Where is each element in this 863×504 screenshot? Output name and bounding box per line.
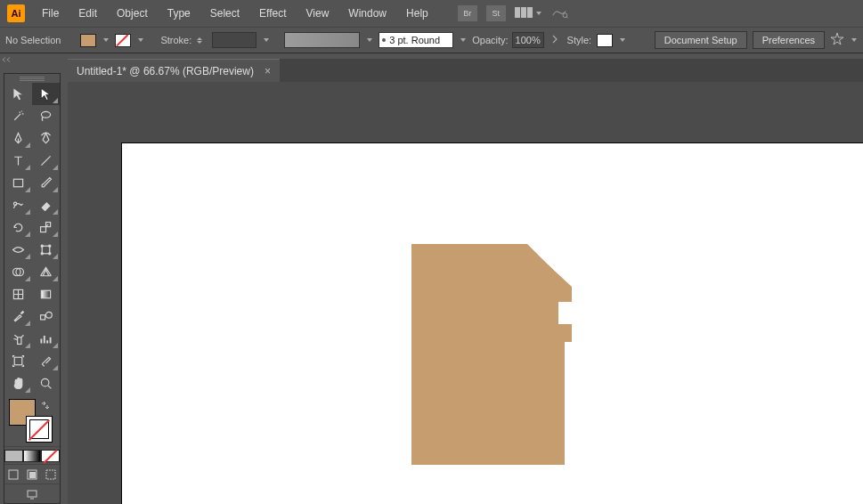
svg-point-9 (49, 245, 51, 247)
menu-edit[interactable]: Edit (70, 4, 105, 23)
column-graph-tool[interactable] (32, 328, 60, 350)
menu-object[interactable]: Object (109, 4, 156, 23)
stock-button[interactable]: St (486, 5, 506, 21)
rotate-tool[interactable] (4, 216, 32, 239)
close-tab-icon[interactable]: × (265, 65, 271, 77)
opacity-field[interactable]: 100% (512, 32, 544, 48)
screen-mode[interactable] (4, 484, 60, 503)
shape-builder-tool[interactable] (4, 261, 32, 283)
stroke-swatch[interactable] (115, 34, 131, 47)
svg-line-1 (566, 16, 568, 18)
profile-dropdown[interactable] (365, 34, 373, 47)
svg-rect-5 (41, 227, 46, 232)
align-pixel-grid-icon[interactable] (830, 32, 844, 49)
svg-rect-18 (18, 337, 21, 345)
draw-normal[interactable] (4, 465, 23, 484)
svg-point-17 (46, 312, 53, 318)
draw-inside[interactable] (41, 465, 60, 484)
magic-wand-tool[interactable] (4, 105, 32, 127)
fill-swatch[interactable] (80, 34, 96, 47)
stroke-weight-dropdown[interactable] (262, 34, 270, 47)
svg-rect-7 (42, 246, 50, 254)
tools-panel (4, 73, 61, 504)
swap-fill-stroke-icon[interactable] (40, 400, 51, 413)
color-mode-row (4, 446, 60, 464)
variable-width-profile[interactable] (284, 32, 360, 48)
color-mode-gradient[interactable] (23, 447, 42, 464)
draw-behind[interactable] (23, 465, 42, 484)
direct-selection-tool[interactable] (32, 83, 60, 105)
preferences-button[interactable]: Preferences (753, 31, 825, 49)
opacity-arrow[interactable] (548, 34, 562, 46)
stroke-weight-field[interactable] (212, 32, 256, 48)
free-transform-tool[interactable] (32, 239, 60, 261)
zoom-tool[interactable] (32, 372, 60, 394)
mesh-tool[interactable] (4, 283, 32, 305)
eraser-tool[interactable] (32, 194, 60, 216)
document-setup-button[interactable]: Document Setup (655, 31, 747, 49)
document-tab[interactable]: Untitled-1* @ 66.67% (RGB/Preview) × (68, 59, 280, 82)
menu-select[interactable]: Select (202, 4, 248, 23)
tab-title: Untitled-1* @ 66.67% (RGB/Preview) (77, 65, 254, 77)
artboard[interactable] (121, 142, 863, 504)
svg-rect-15 (41, 290, 50, 298)
menu-type[interactable]: Type (159, 4, 199, 23)
type-tool[interactable] (4, 150, 32, 172)
slice-tool[interactable] (32, 350, 60, 372)
shaper-tool[interactable] (4, 194, 32, 216)
graphic-style-swatch[interactable] (597, 34, 613, 47)
arrange-docs[interactable] (515, 7, 541, 20)
style-label: Style: (567, 35, 592, 45)
canvas-area[interactable] (68, 82, 863, 504)
stroke-weight-spinner[interactable] (197, 34, 207, 47)
eyedropper-tool[interactable] (4, 305, 32, 328)
svg-rect-19 (14, 357, 22, 365)
svg-point-4 (13, 202, 16, 205)
svg-rect-3 (13, 179, 22, 187)
control-bar: No Selection Stroke: 3 pt. Round Opacity… (0, 27, 863, 53)
svg-point-20 (41, 378, 49, 386)
gradient-tool[interactable] (32, 283, 60, 305)
bridge-button[interactable]: Br (458, 5, 477, 21)
menu-view[interactable]: View (298, 4, 338, 23)
stroke-color-box[interactable] (26, 416, 53, 443)
width-tool[interactable] (4, 239, 32, 261)
brush-definition[interactable]: 3 pt. Round (379, 32, 453, 48)
color-mode-none[interactable] (41, 447, 60, 464)
app-logo: Ai (7, 4, 25, 22)
line-tool[interactable] (32, 150, 60, 172)
lasso-tool[interactable] (32, 105, 60, 127)
fill-dropdown[interactable] (102, 34, 110, 47)
chevron-down-icon (536, 12, 541, 15)
svg-rect-21 (9, 470, 18, 479)
menu-effect[interactable]: Effect (251, 4, 294, 23)
hand-tool[interactable] (4, 372, 32, 394)
scale-tool[interactable] (32, 216, 60, 239)
stroke-dropdown[interactable] (136, 34, 144, 47)
style-dropdown[interactable] (618, 34, 626, 47)
svg-rect-25 (28, 491, 37, 497)
symbol-sprayer-tool[interactable] (4, 328, 32, 350)
curvature-tool[interactable] (32, 127, 60, 150)
search-stock-icon[interactable] (550, 5, 568, 22)
color-mode-solid[interactable] (4, 447, 23, 464)
paintbrush-tool[interactable] (32, 172, 60, 194)
brush-preset-label: 3 pt. Round (389, 35, 440, 45)
menu-window[interactable]: Window (340, 4, 395, 23)
align-dropdown[interactable] (850, 34, 858, 47)
selection-label: No Selection (5, 35, 61, 45)
perspective-grid-tool[interactable] (32, 261, 60, 283)
fill-stroke-controls (4, 394, 60, 446)
panel-grip[interactable] (4, 74, 60, 83)
menu-file[interactable]: File (34, 4, 67, 23)
collapse-panel-icon[interactable] (0, 53, 12, 66)
selection-tool[interactable] (4, 83, 32, 105)
menu-help[interactable]: Help (398, 4, 436, 23)
brush-dropdown[interactable] (459, 34, 467, 47)
stroke-label: Stroke: (160, 35, 191, 45)
vector-shape[interactable] (411, 244, 581, 471)
blend-tool[interactable] (32, 305, 60, 328)
pen-tool[interactable] (4, 127, 32, 150)
artboard-tool[interactable] (4, 350, 32, 372)
rectangle-tool[interactable] (4, 172, 32, 194)
